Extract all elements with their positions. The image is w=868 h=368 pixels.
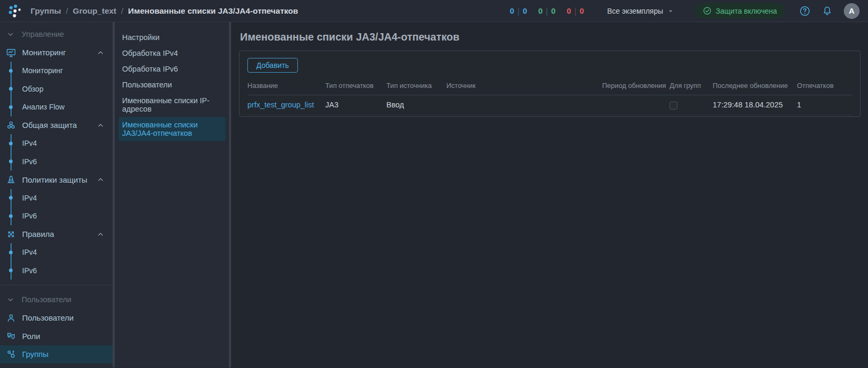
sidebar-item-polzovateli[interactable]: Пользователи (0, 309, 113, 327)
protection-status-label: Защита включена (716, 7, 777, 15)
sidebar-section-upravlenie[interactable]: Управление (0, 25, 113, 44)
submenu-item-obrabotka-ipv6[interactable]: Обработка IPv6 (115, 61, 229, 77)
chevron-down-icon (6, 29, 15, 39)
table-column-header: Период обновления (602, 77, 670, 95)
sidebar-item-obshchaya-zashchita-ipv4[interactable]: IPv4 (0, 134, 113, 153)
policy-cone-icon (6, 174, 16, 185)
counter-pair: 0|0 (538, 6, 556, 15)
table-column-header: Тип источника (386, 77, 446, 95)
topbar-right: 0|00|00|0 Все экземпляры Защита включена… (510, 3, 860, 19)
topbar: Группы/Group_text/Именованные списки JA3… (0, 0, 868, 22)
sidebar-item-label: IPv4 (0, 139, 37, 147)
app-logo-icon[interactable] (7, 4, 22, 18)
sidebar-item-label: IPv6 (0, 266, 37, 275)
sidebar-item-label: Общая защита (22, 121, 77, 130)
table-column-header: Отпечатков (797, 77, 852, 95)
tree-bullet-icon (9, 69, 13, 73)
sidebar-item-label: Политики защиты (22, 175, 87, 184)
chevron-up-icon (96, 175, 105, 184)
sidebar-item-label: Роли (22, 332, 41, 341)
sidebar-item-monitoring[interactable]: Мониторинг (0, 44, 113, 62)
avatar-letter: A (849, 6, 855, 15)
instance-selector-label: Все экземпляры (607, 7, 663, 15)
table-cell: JA3 (325, 95, 386, 115)
tree-bullet-icon (9, 142, 13, 145)
user-icon (6, 313, 16, 323)
table-header-row: НазваниеТип отпечатковТип источникаИсточ… (247, 77, 852, 95)
counter-value: 0 (551, 6, 556, 15)
sidebar-item-label: Группы (22, 350, 48, 359)
breadcrumb-separator: / (66, 6, 68, 16)
sidebar-section-polzovateli-section[interactable]: Пользователи (0, 291, 113, 309)
breadcrumb-item[interactable]: Group_text (73, 6, 116, 16)
sidebar-item-politiki-zashchity[interactable]: Политики защиты (0, 171, 113, 189)
table-body: prfx_test_group_listJA3Ввод17:29:48 18.0… (247, 95, 852, 115)
user-avatar[interactable]: A (844, 3, 860, 19)
sidebar-item-label: Пользователи (22, 313, 74, 322)
main-content: Именованные списки JA3/JA4-отпечатков До… (231, 22, 868, 367)
table-cell: prfx_test_group_list (247, 95, 325, 115)
tree-bullet-icon (9, 105, 13, 109)
sidebar-item-monitoring-page[interactable]: Мониторинг (0, 62, 113, 80)
sidebar-item-politiki-ipv4[interactable]: IPv4 (0, 189, 113, 207)
submenu-item-spiski-ip-adresov[interactable]: Именованные списки IP-адресов (115, 93, 229, 117)
table-cell: 17:29:48 18.04.2025 (713, 95, 797, 115)
lists-card: Добавить НазваниеТип отпечатковТип источ… (239, 51, 861, 117)
caret-down-icon (666, 7, 675, 15)
table-cell: 1 (797, 95, 852, 115)
sidebar-item-label: Правила (22, 230, 54, 238)
list-name-link[interactable]: prfx_test_group_list (247, 101, 314, 109)
chevron-up-icon (96, 48, 105, 57)
protection-status-badge[interactable]: Защита включена (695, 3, 785, 18)
counter-separator: | (546, 6, 548, 16)
instance-selector[interactable]: Все экземпляры (607, 7, 675, 15)
roles-masks-icon (6, 331, 16, 341)
table-cell: Ввод (386, 95, 446, 115)
sidebar-item-pravila[interactable]: Правила (0, 225, 113, 244)
sidebar-item-obshchaya-zashchita[interactable]: Общая защита (0, 116, 113, 135)
sidebar-item-politiki-ipv6[interactable]: IPv6 (0, 207, 113, 225)
breadcrumb-separator: / (121, 6, 123, 16)
chevron-down-icon (6, 295, 15, 304)
breadcrumb-item[interactable]: Группы (31, 6, 61, 16)
counter-value: 0 (538, 6, 543, 15)
sidebar-item-pravila-ipv4[interactable]: IPv4 (0, 243, 113, 262)
submenu-item-polzovateli[interactable]: Пользователи (115, 77, 229, 93)
sidebar-item-label: IPv6 (0, 157, 37, 166)
submenu-item-obrabotka-ipv4[interactable]: Обработка IPv4 (115, 45, 229, 61)
check-circle-icon (703, 6, 712, 15)
sidebar-item-gruppy[interactable]: Группы (0, 345, 113, 364)
counter-separator: | (517, 6, 520, 16)
sidebar-item-roli[interactable]: Роли (0, 327, 113, 345)
page-title: Именованные списки JA3/JA4-отпечатков (240, 31, 861, 43)
table-column-header: Для групп (670, 77, 713, 95)
submenu-item-nastroyki[interactable]: Настройки (115, 29, 229, 45)
table-row: prfx_test_group_listJA3Ввод17:29:48 18.0… (247, 95, 852, 115)
submenu-item-spiski-ja3-ja4[interactable]: Именованные списки JA3/JA4-отпечатков (118, 117, 226, 141)
tree-bullet-icon (9, 251, 13, 254)
counter-pair: 0|0 (567, 6, 584, 15)
help-icon[interactable] (799, 5, 811, 17)
breadcrumb: Группы/Group_text/Именованные списки JA3… (31, 6, 298, 16)
table-cell (602, 95, 670, 115)
table-column-header: Название (247, 77, 325, 95)
chevron-up-icon (96, 121, 105, 130)
table-column-header: Последнее обновление (713, 77, 797, 95)
add-button[interactable]: Добавить (247, 58, 298, 73)
sidebar-nav: УправлениеМониторингМониторингОбзорАнали… (0, 22, 113, 367)
counter-value: 0 (510, 6, 515, 15)
sidebar-item-obshchaya-zashchita-ipv6[interactable]: IPv6 (0, 153, 113, 171)
sidebar-item-label: Мониторинг (22, 48, 66, 57)
notifications-bell-icon[interactable] (822, 5, 833, 16)
rules-arrows-icon (6, 229, 16, 240)
sidebar-item-label: IPv4 (0, 248, 37, 256)
sidebar-item-obzor[interactable]: Обзор (0, 80, 113, 98)
table-cell (670, 95, 713, 115)
table-cell (446, 95, 602, 115)
for-groups-checkbox[interactable] (670, 102, 677, 110)
sidebar-item-analiz-flow[interactable]: Анализ Flow (0, 98, 113, 116)
counter-value: 0 (567, 6, 572, 15)
breadcrumb-item[interactable]: Именованные списки JA3/JA4-отпечатков (128, 6, 298, 16)
sidebar-divider (0, 285, 113, 285)
sidebar-item-pravila-ipv6[interactable]: IPv6 (0, 262, 113, 280)
